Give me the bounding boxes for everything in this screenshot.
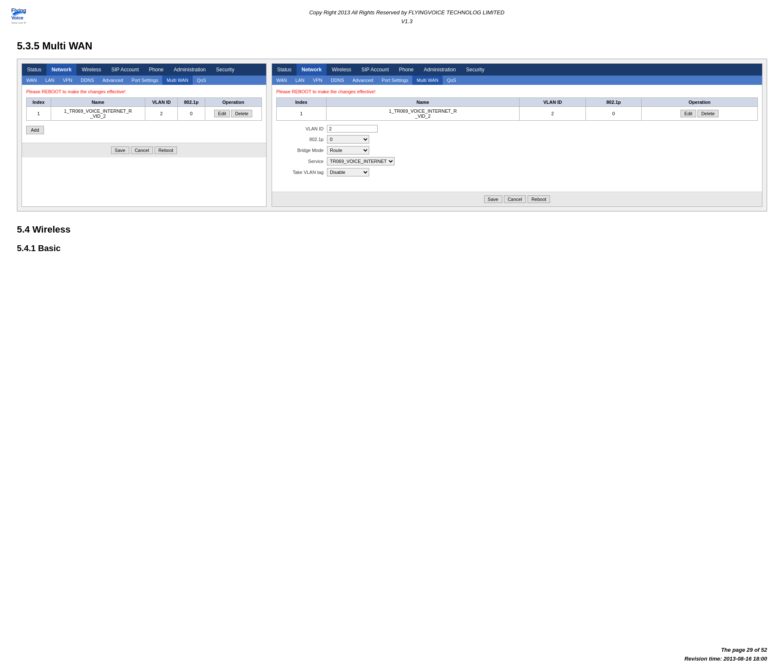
left-nav-phone[interactable]: Phone	[144, 64, 169, 76]
left-row-dot1p: 0	[178, 107, 205, 121]
left-nav-network[interactable]: Network	[46, 64, 76, 76]
vlan-id-input[interactable]	[327, 125, 378, 133]
right-cancel-btn[interactable]: Cancel	[504, 195, 526, 203]
right-sub-nav: WAN LAN VPN DDNS Advanced Port Settings …	[272, 76, 762, 85]
left-sub-wan[interactable]: WAN	[22, 76, 41, 85]
right-warning: Please REBOOT to make the changes effect…	[276, 89, 758, 94]
right-save-btn[interactable]: Save	[484, 195, 502, 203]
left-row-name: 1_TR069_VOICE_INTERNET_R_VID_2	[51, 107, 145, 121]
right-sub-ddns[interactable]: DDNS	[327, 76, 348, 85]
left-sub-advanced[interactable]: Advanced	[98, 76, 127, 85]
form-row-service: Service TR069_VOICE_INTERNET	[280, 157, 754, 165]
left-table-row: 1 1_TR069_VOICE_INTERNET_R_VID_2 2 0 Edi…	[27, 107, 262, 121]
left-sub-portsettings[interactable]: Port Settings	[127, 76, 162, 85]
left-content-area: Please REBOOT to make the changes effect…	[22, 85, 266, 138]
right-nav-status[interactable]: Status	[272, 64, 297, 76]
right-nav-phone[interactable]: Phone	[394, 64, 419, 76]
left-warning: Please REBOOT to make the changes effect…	[26, 89, 262, 94]
logo: Flying Voice Voice over IP	[8, 4, 38, 27]
left-nav-status[interactable]: Status	[22, 64, 46, 76]
right-edit-btn[interactable]: Edit	[681, 110, 696, 117]
right-nav-sip[interactable]: SIP Account	[356, 64, 394, 76]
right-content-area: Please REBOOT to make the changes effect…	[272, 85, 762, 187]
left-add-btn[interactable]: Add	[26, 126, 44, 134]
right-router-ui: Status Network Wireless SIP Account Phon…	[272, 63, 762, 207]
left-cancel-btn[interactable]: Cancel	[131, 146, 153, 154]
right-nav-network[interactable]: Network	[297, 64, 327, 76]
right-col-index: Index	[277, 98, 327, 107]
left-delete-btn[interactable]: Delete	[231, 110, 252, 117]
right-bottom-btns: Save Cancel Reboot	[272, 192, 762, 206]
page-header: Flying Voice Voice over IP Copy Right 20…	[0, 0, 784, 32]
form-row-vlanid: VLAN ID	[280, 125, 754, 133]
screenshots-row: Status Network Wireless SIP Account Phon…	[17, 59, 767, 211]
bridge-mode-label: Bridge Mode	[280, 148, 327, 153]
right-col-op: Operation	[642, 98, 758, 107]
left-data-table: Index Name VLAN ID 802.1p Operation 1 1_…	[26, 98, 262, 121]
right-nav-bar: Status Network Wireless SIP Account Phon…	[272, 64, 762, 76]
right-col-dot1p: 802.1p	[586, 98, 642, 107]
section-541-title: 5.4.1 Basic	[17, 244, 767, 253]
section-54-title: 5.4 Wireless	[17, 224, 767, 235]
left-nav-security[interactable]: Security	[211, 64, 239, 76]
service-label: Service	[280, 159, 327, 164]
right-col-vlanid: VLAN ID	[520, 98, 586, 107]
right-sub-advanced[interactable]: Advanced	[348, 76, 377, 85]
left-col-index: Index	[27, 98, 51, 107]
page-number: The page 29 of 52	[684, 646, 767, 655]
left-edit-btn[interactable]: Edit	[214, 110, 230, 117]
left-nav-admin[interactable]: Administration	[169, 64, 211, 76]
left-nav-sip[interactable]: SIP Account	[106, 64, 144, 76]
right-delete-btn[interactable]: Delete	[697, 110, 719, 117]
take-vlan-select[interactable]: Disable Enable	[327, 168, 369, 176]
svg-text:Voice over IP: Voice over IP	[11, 22, 26, 24]
right-sub-lan[interactable]: LAN	[291, 76, 308, 85]
right-row-index: 1	[277, 107, 327, 121]
left-sub-lan[interactable]: LAN	[41, 76, 58, 85]
left-bottom-btns: Save Cancel Reboot	[22, 143, 266, 157]
right-sub-qos[interactable]: QoS	[443, 76, 460, 85]
section-535-title: 5.3.5 Multi WAN	[17, 40, 767, 52]
bridge-mode-select[interactable]: Route Bridge	[327, 146, 369, 154]
right-row-vlanid: 2	[520, 107, 586, 121]
right-sub-vpn[interactable]: VPN	[309, 76, 327, 85]
right-data-table: Index Name VLAN ID 802.1p Operation 1 1_…	[276, 98, 758, 121]
right-row-ops: Edit Delete	[642, 107, 758, 121]
take-vlan-label: Take VLAN tag	[280, 170, 327, 175]
left-nav-wireless[interactable]: Wireless	[76, 64, 106, 76]
dot1p-label: 802.1p	[280, 137, 327, 142]
form-row-takevlan: Take VLAN tag Disable Enable	[280, 168, 754, 176]
vlan-id-label: VLAN ID	[280, 126, 327, 131]
left-sub-ddns[interactable]: DDNS	[76, 76, 98, 85]
svg-text:Voice: Voice	[11, 15, 24, 20]
left-save-btn[interactable]: Save	[111, 146, 129, 154]
left-reboot-btn[interactable]: Reboot	[155, 146, 177, 154]
left-sub-qos[interactable]: QoS	[193, 76, 210, 85]
left-sub-multiwan[interactable]: Multi WAN	[162, 76, 193, 85]
right-sub-portsettings[interactable]: Port Settings	[377, 76, 412, 85]
right-form-area: VLAN ID 802.1p 0 1 2 Bridge Mode	[276, 121, 758, 183]
page-footer: The page 29 of 52 Revision time: 2013-08…	[684, 646, 767, 664]
form-row-bridge: Bridge Mode Route Bridge	[280, 146, 754, 154]
right-nav-security[interactable]: Security	[461, 64, 489, 76]
left-col-op: Operation	[205, 98, 261, 107]
page-content: 5.3.5 Multi WAN Status Network Wireless …	[0, 32, 784, 266]
right-nav-admin[interactable]: Administration	[419, 64, 461, 76]
revision-time: Revision time: 2013-08-16 18:00	[684, 655, 767, 664]
left-router-ui: Status Network Wireless SIP Account Phon…	[22, 63, 267, 207]
left-sub-vpn[interactable]: VPN	[59, 76, 77, 85]
right-sub-wan[interactable]: WAN	[272, 76, 291, 85]
right-table-row: 1 1_TR069_VOICE_INTERNET_R_VID_2 2 0 Edi…	[277, 107, 758, 121]
left-row-ops: Edit Delete	[205, 107, 261, 121]
service-select[interactable]: TR069_VOICE_INTERNET	[327, 157, 395, 165]
dot1p-select[interactable]: 0 1 2	[327, 135, 369, 144]
right-col-name: Name	[326, 98, 520, 107]
right-sub-multiwan[interactable]: Multi WAN	[412, 76, 443, 85]
header-copyright: Copy Right 2013 All Rights Reserved by F…	[38, 4, 776, 26]
left-sub-nav: WAN LAN VPN DDNS Advanced Port Settings …	[22, 76, 266, 85]
left-nav-bar: Status Network Wireless SIP Account Phon…	[22, 64, 266, 76]
right-reboot-btn[interactable]: Reboot	[528, 195, 550, 203]
left-row-vlanid: 2	[145, 107, 178, 121]
right-row-name: 1_TR069_VOICE_INTERNET_R_VID_2	[326, 107, 520, 121]
right-nav-wireless[interactable]: Wireless	[327, 64, 356, 76]
